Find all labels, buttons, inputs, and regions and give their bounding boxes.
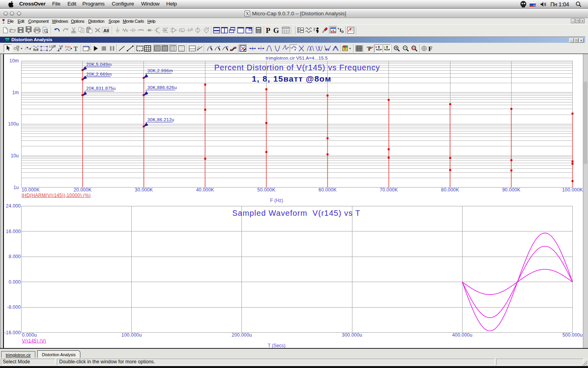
svg-text:200.000u: 200.000u xyxy=(232,332,252,338)
svg-text:40.000K: 40.000K xyxy=(196,187,214,193)
svg-text:T: T xyxy=(74,45,78,53)
svg-text:y: y xyxy=(383,45,385,49)
svg-text:F (Hz): F (Hz) xyxy=(270,198,283,203)
svg-text:F: F xyxy=(428,45,432,53)
svg-text:PC: PC xyxy=(534,4,536,7)
svg-text:0.000: 0.000 xyxy=(9,279,21,285)
svg-text:-8.000: -8.000 xyxy=(7,304,21,310)
svg-text:80.000K: 80.000K xyxy=(441,187,459,193)
svg-text:1,0: 1,0 xyxy=(59,45,63,47)
svg-text:500.000u: 500.000u xyxy=(563,332,583,338)
svg-text:90.000K: 90.000K xyxy=(502,187,520,193)
svg-text:100.000u: 100.000u xyxy=(122,332,142,338)
svg-text:60.000K: 60.000K xyxy=(319,187,337,193)
svg-text:20K,831.875u: 20K,831.875u xyxy=(86,86,116,91)
svg-text:16.000: 16.000 xyxy=(6,229,21,234)
svg-text:20K,2.669m: 20K,2.669m xyxy=(86,72,112,77)
svg-text:'P': 'P' xyxy=(367,46,374,52)
svg-text:100.000K: 100.000K xyxy=(562,187,583,193)
svg-text:20.000K: 20.000K xyxy=(74,187,92,193)
svg-text:70.000K: 70.000K xyxy=(380,187,398,193)
svg-text:-16.000: -16.000 xyxy=(4,330,21,335)
svg-text:20K,5.049m: 20K,5.049m xyxy=(86,62,112,67)
svg-text:300.000u: 300.000u xyxy=(342,332,362,338)
svg-text:x: x xyxy=(376,45,377,49)
svg-text:1, 8, 15ватт @8ом: 1, 8, 15ватт @8ом xyxy=(252,74,331,83)
svg-text:8.000: 8.000 xyxy=(9,254,21,259)
svg-text:P: P xyxy=(266,26,270,35)
svg-text:0.000u: 0.000u xyxy=(22,332,37,338)
svg-text:IHD(HARM(V(r145)),10000) (%): IHD(HARM(V(r145)),10000) (%) xyxy=(22,193,91,198)
svg-text:1u: 1u xyxy=(13,185,19,190)
svg-text:F(x): F(x) xyxy=(65,45,71,49)
svg-text:30K,886.626u: 30K,886.626u xyxy=(147,85,177,90)
svg-text:24.000: 24.000 xyxy=(6,203,21,209)
svg-text:10u: 10u xyxy=(11,153,19,158)
svg-text:1.0: 1.0 xyxy=(49,45,53,48)
svg-text:trimglotron.cir V51.A=4...15.5: trimglotron.cir V51.A=4...15.5 xyxy=(266,56,328,60)
svg-text:30K,2.996m: 30K,2.996m xyxy=(147,68,173,73)
svg-text:G: G xyxy=(273,26,279,35)
svg-text:10m: 10m xyxy=(9,58,19,64)
svg-text:All: All xyxy=(103,28,109,33)
svg-text:30.000K: 30.000K xyxy=(135,187,153,193)
svg-text:100u: 100u xyxy=(8,121,19,127)
svg-text:10.000K: 10.000K xyxy=(22,187,40,193)
svg-text:Sampled Waveform V(r145) vs T: Sampled Waveform V(r145) vs T xyxy=(232,209,360,217)
svg-text:V(r145) (V): V(r145) (V) xyxy=(22,338,46,344)
svg-text:Percent Distortion of V(r145): Percent Distortion of V(r145) vs Frequen… xyxy=(214,63,380,72)
svg-text:D: D xyxy=(341,30,344,34)
svg-text:T (Secs): T (Secs) xyxy=(268,343,285,348)
svg-text:30K,86.212u: 30K,86.212u xyxy=(147,117,174,122)
svg-text:400.000u: 400.000u xyxy=(452,332,472,338)
svg-text:1m: 1m xyxy=(12,90,19,95)
svg-text:50.000K: 50.000K xyxy=(257,187,275,193)
